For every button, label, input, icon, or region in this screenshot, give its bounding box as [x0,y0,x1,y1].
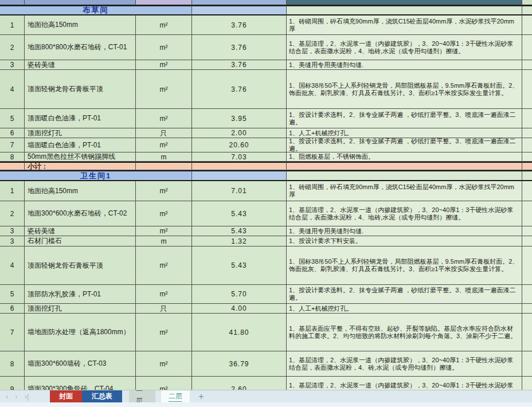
quantity-cell[interactable]: 3.76 [192,70,287,109]
row-number-cell[interactable]: 8 [0,152,25,162]
row-number-cell[interactable]: 3 [0,60,25,70]
item-cell[interactable]: 地面800*800水磨石地砖，CT-01 [25,35,136,60]
quantity-cell[interactable]: 2.00 [192,128,287,138]
item-cell[interactable]: 顶面挖灯孔 [25,128,136,138]
unit-cell[interactable]: m [136,236,192,246]
row-number-cell[interactable]: 1 [0,181,25,201]
quantity-cell[interactable]: 7.03 [192,152,287,162]
item-cell[interactable]: 墙面暖白色油漆，PT-01 [25,138,136,152]
note-cell[interactable]: 1、按设计要求选料。2、抹专业腻子两遍 ，砂纸打磨平整。3、喷底漆一遍面漆二遍。 [287,138,522,152]
unit-cell[interactable]: m² [136,314,192,351]
tab-summary[interactable]: 汇总表 [82,390,122,402]
item-cell[interactable]: 顶面挖灯孔 [25,304,136,314]
section-header-note-cell[interactable] [287,170,522,181]
note-cell[interactable]: 1、基层清理，2、水泥浆一道（内掺建筑胶），3、20~40厚1：3干硬性水泥砂浆… [287,35,522,60]
quantity-cell[interactable]: 3.76 [192,35,287,60]
subtotal-unit-cell[interactable] [136,162,192,170]
subtotal-qty-cell[interactable] [192,162,287,170]
row-number-cell[interactable]: 1 [0,15,25,35]
note-cell[interactable]: 1、国标38吊50不上人系列轻钢龙骨，局部阻燃板基层，9.5mm厚石膏板封面。2… [287,70,522,109]
row-number-cell[interactable]: 3 [0,226,25,236]
unit-cell[interactable]: m² [136,138,192,152]
section-header-note-cell[interactable] [287,5,522,15]
unit-cell[interactable]: m² [136,60,192,70]
item-cell[interactable]: 瓷砖美缝 [25,226,136,236]
section-title[interactable]: 布草间 [0,5,192,15]
unit-cell[interactable]: 只 [136,304,192,314]
note-cell[interactable]: 1、阻燃板基层，不锈钢饰面。 [287,152,522,162]
note-cell[interactable]: 1、国标38吊50不上人系列轻钢龙骨，局部阻燃板基层，9.5mm厚石膏板封面。2… [287,246,522,285]
quantity-cell[interactable]: 7.01 [192,181,287,201]
quantity-cell[interactable]: 1.32 [192,236,287,246]
unit-cell[interactable]: m² [136,226,192,236]
tab-floor-1[interactable]: 一层 [129,390,155,402]
unit-cell[interactable]: m² [136,181,192,201]
subtotal-note-cell[interactable] [287,162,522,170]
note-cell[interactable]: 1、人工+机械挖灯孔。 [287,128,522,138]
row-number-cell[interactable]: 7 [0,314,25,351]
quantity-cell[interactable]: 3.95 [192,109,287,128]
note-cell[interactable]: 1、按设计要求选料。2、抹专业腻子两遍 ，砂纸打磨平整。3、喷底漆一遍面漆二遍。 [287,109,522,128]
note-cell[interactable]: 1、按设计要求下料安装。 [287,236,522,246]
unit-cell[interactable]: m² [136,351,192,377]
unit-cell[interactable]: m² [136,201,192,226]
row-number-cell[interactable]: 4 [0,70,25,109]
quantity-cell[interactable]: 4.00 [192,304,287,314]
quantity-cell[interactable]: 2.60 [192,377,287,390]
item-cell[interactable]: 墙面300*600墙砖，CT-03 [25,351,136,377]
item-cell[interactable]: 地面抬高150mm [25,15,136,35]
row-number-cell[interactable]: 6 [0,304,25,314]
row-number-cell[interactable]: 7 [0,138,25,152]
section-title[interactable]: 卫生间1 [0,170,192,181]
item-cell[interactable]: 顶面暖白色油漆，PT-01 [25,109,136,128]
tab-floor-2-active[interactable]: 二层 [161,390,190,402]
item-cell[interactable]: 顶面轻钢龙骨石膏板平顶 [25,70,136,109]
row-number-cell[interactable]: 2 [0,35,25,60]
subtotal-label[interactable]: 小计： [25,162,136,170]
quantity-cell[interactable]: 41.80 [192,314,287,351]
note-cell[interactable]: 1、砖砌周围，碎石填充90mm厚，浇筑C15砼面层40mm厚，水泥砂浆找平20m… [287,15,522,35]
item-cell[interactable]: 地面抬高150mm [25,181,136,201]
quantity-cell[interactable]: 3.76 [192,15,287,35]
note-cell[interactable]: 1、美缝用专用美缝剂勾缝. [287,226,522,236]
section-header-qty-cell[interactable] [192,170,287,181]
note-cell[interactable]: 1、基层清理，2、水泥浆一道（内掺建筑胶），3、20~40厚1：3干硬性水泥砂浆… [287,351,522,377]
row-number-cell[interactable]: 9 [0,377,25,390]
note-cell[interactable]: 1、人工+机械挖灯孔。 [287,304,522,314]
prev-sheet-icon[interactable]: ‹ [6,392,8,401]
row-number-cell[interactable]: 5 [0,285,25,304]
quantity-cell[interactable]: 5.70 [192,285,287,304]
note-cell[interactable]: 1、按设计要求选料。2、抹专业腻子两遍 ，砂纸打磨平整。3、喷底漆一遍面漆二遍。 [287,285,522,304]
unit-cell[interactable]: 只 [136,128,192,138]
item-cell[interactable]: 50mm黑色拉丝不锈钢踢脚线 [25,152,136,162]
add-sheet-button[interactable]: + [193,390,209,402]
item-cell[interactable]: 墙地面防水处理（返高1800mm） [25,314,136,351]
row-number-cell[interactable]: 6 [0,128,25,138]
item-cell[interactable]: 顶部防水乳胶漆，PT-01 [25,285,136,304]
unit-cell[interactable]: m² [136,246,192,285]
row-number-cell[interactable]: 8 [0,351,25,377]
note-cell[interactable]: 1、美缝用专用美缝剂勾缝. [287,60,522,70]
unit-cell[interactable]: m² [136,285,192,304]
tab-cover[interactable]: 封面 [50,390,82,402]
item-cell[interactable]: 地面300*600水磨石地砖，CT-02 [25,201,136,226]
unit-cell[interactable]: m² [136,35,192,60]
note-cell[interactable]: 1、基层清理，2、水泥浆一道（内掺建筑胶），3、20~40厚1：3干硬性水泥砂浆… [287,201,522,226]
note-cell[interactable]: 1、基层清理，2、水泥浆一道（内掺建筑胶），3、20~40厚1：3干硬性水泥砂浆… [287,377,522,390]
section-header-qty-cell[interactable] [192,5,287,15]
quantity-cell[interactable]: 5.43 [192,226,287,236]
next-sheet-icon[interactable]: › [15,392,17,401]
subtotal-num-cell[interactable] [0,162,25,170]
quantity-cell[interactable]: 5.43 [192,246,287,285]
row-number-cell[interactable]: 3 [0,236,25,246]
row-number-cell[interactable]: 2 [0,201,25,226]
item-cell[interactable]: 瓷砖美缝 [25,60,136,70]
quantity-cell[interactable]: 5.43 [192,201,287,226]
unit-cell[interactable]: m² [136,70,192,109]
note-cell[interactable]: 1、砖砌周围，碎石填充90mm厚，浇筑C15砼面层40mm厚，水泥砂浆找平20m… [287,181,522,201]
last-sheet-icon[interactable]: ›| [25,392,29,401]
quantity-cell[interactable]: 36.79 [192,351,287,377]
unit-cell[interactable]: m² [136,109,192,128]
row-number-cell[interactable]: 5 [0,109,25,128]
note-cell[interactable]: 1、基层表面应平整，不得有空鼓、起砂、开裂等缺陷。基层含水率应符合防水材料的施工… [287,314,522,351]
